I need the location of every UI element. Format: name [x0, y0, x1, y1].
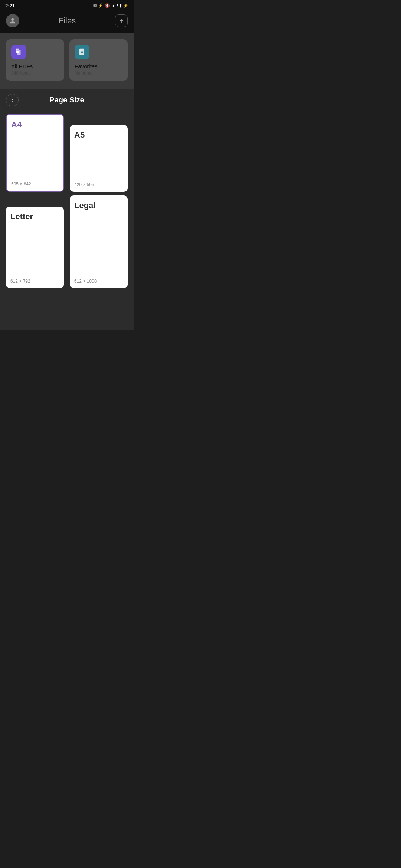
back-button[interactable]: ‹	[6, 94, 19, 106]
page-size-grid-top: A4 595 × 842 A5 420 × 595	[0, 108, 134, 195]
add-button[interactable]: +	[115, 14, 128, 27]
a4-card[interactable]: A4 595 × 842	[6, 114, 64, 192]
all-pdfs-icon	[11, 45, 26, 59]
a4-dims: 595 × 842	[11, 175, 59, 187]
letter-label: Letter	[10, 212, 59, 221]
favorites-count: No Items	[75, 70, 123, 76]
legal-card[interactable]: Legal 612 × 1008	[70, 195, 128, 288]
avatar[interactable]	[6, 14, 19, 27]
battery-icon: ▮	[120, 3, 122, 8]
favorites-card[interactable]: Favorites No Items	[69, 39, 128, 81]
bluetooth-icon: ⚡	[98, 3, 103, 8]
page-size-header: ‹ Page Size	[0, 89, 134, 108]
letter-dims: 612 × 792	[10, 273, 59, 284]
all-pdfs-name: All PDFs	[11, 63, 59, 69]
page-title: Files	[59, 16, 76, 26]
charge-icon: ⚡	[123, 3, 128, 8]
page-size-title: Page Size	[6, 96, 128, 104]
svg-point-0	[11, 18, 14, 21]
page-size-grid-bottom: Letter 612 × 792 Legal 612 × 1008	[0, 195, 134, 294]
all-pdfs-card[interactable]: All PDFs 340 Items	[6, 39, 64, 81]
legal-label: Legal	[74, 201, 123, 210]
top-nav: Files +	[0, 10, 134, 33]
status-time: 2:21	[5, 3, 15, 9]
a4-label: A4	[11, 120, 59, 129]
a5-label: A5	[74, 130, 123, 140]
a5-dims: 420 × 595	[74, 176, 123, 187]
letter-card[interactable]: Letter 612 × 792	[6, 207, 64, 288]
mute-icon: 🔇	[105, 3, 110, 8]
wifi-icon: ▲	[111, 3, 115, 8]
legal-dims: 612 × 1008	[74, 273, 123, 284]
all-pdfs-count: 340 Items	[11, 70, 59, 76]
status-bar: 2:21 ✉ ⚡ 🔇 ▲ ! ▮ ⚡	[0, 0, 134, 10]
favorites-icon	[75, 45, 89, 59]
a5-card[interactable]: A5 420 × 595	[70, 125, 128, 192]
alert-icon: !	[117, 3, 118, 8]
page-size-section: ‹ Page Size A4 595 × 842 A5 420 × 595 Le…	[0, 89, 134, 330]
status-icons: ✉ ⚡ 🔇 ▲ ! ▮ ⚡	[93, 3, 128, 8]
mail-icon: ✉	[93, 3, 97, 8]
files-section: All PDFs 340 Items Favorites No Items	[0, 33, 134, 89]
favorites-name: Favorites	[75, 63, 123, 69]
